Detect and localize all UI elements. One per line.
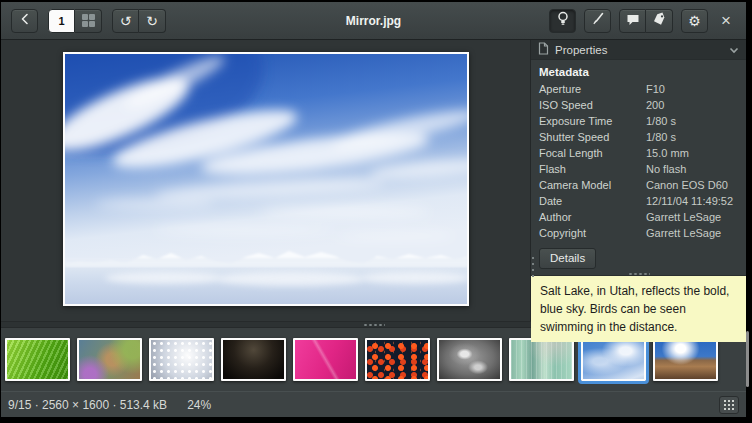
chevron-left-icon: [19, 12, 31, 30]
metadata-row-camera: Camera ModelCanon EOS D60: [531, 177, 746, 193]
single-view-label: 1: [58, 15, 64, 27]
rotate-left-button[interactable]: ↺: [112, 9, 139, 33]
metadata-section-title: Metadata: [531, 60, 746, 81]
status-bar: 9/15 · 2560 × 1600 · 513.4 kB 24%: [1, 391, 746, 417]
comment-button[interactable]: [619, 9, 646, 33]
properties-selector-label: Properties: [555, 44, 607, 56]
thumbnail-blue-sky-selected[interactable]: [581, 338, 646, 381]
metadata-row-shutter: Shutter Speed1/80 s: [531, 129, 746, 145]
details-button[interactable]: Details: [539, 248, 596, 269]
gear-icon: ⚙: [688, 14, 701, 28]
metadata-row-flash: FlashNo flash: [531, 161, 746, 177]
thumbnail-grass-macro[interactable]: [77, 338, 142, 381]
chevron-down-icon: [729, 44, 739, 56]
edit-button[interactable]: [584, 9, 611, 33]
thumbnail-green-leaf[interactable]: [5, 338, 70, 381]
metadata-row-aperture: ApertureF10: [531, 81, 746, 97]
metadata-row-date: Date12/11/04 11:49:52: [531, 193, 746, 209]
rotate-left-icon: ↺: [120, 14, 132, 28]
close-button[interactable]: ×: [716, 9, 736, 33]
properties-toggle-button[interactable]: [549, 9, 576, 33]
toolbar-right-cluster: ⚙ ×: [549, 9, 736, 33]
zoom-level: 24%: [187, 398, 211, 412]
browser-view-button[interactable]: [719, 396, 739, 414]
metadata-section: Metadata ApertureF10 ISO Speed200 Exposu…: [531, 60, 746, 241]
thumbnail-water-drops[interactable]: [437, 338, 502, 381]
back-button[interactable]: [11, 9, 38, 33]
toolbar-left-cluster: 1 ↺ ↻: [11, 9, 166, 33]
brush-icon: [591, 12, 605, 30]
window-title: Mirror.jpg: [346, 14, 401, 28]
sidebar-resize-grip[interactable]: [532, 255, 534, 281]
metadata-row-exposure: Exposure Time1/80 s: [531, 113, 746, 129]
speech-bubble-icon: [626, 12, 640, 30]
thumbnail-dandelion-fluff[interactable]: [149, 338, 214, 381]
grid-view-button[interactable]: [75, 9, 102, 33]
single-view-button[interactable]: 1: [48, 9, 75, 33]
tag-icon: [652, 12, 666, 30]
properties-selector[interactable]: Properties: [531, 40, 746, 60]
thumbnail-orange-berries[interactable]: [365, 338, 430, 381]
metadata-row-author: AuthorGarrett LeSage: [531, 209, 746, 225]
lightbulb-icon: [556, 11, 570, 30]
view-mode-group: 1: [48, 9, 102, 33]
grid-3x3-icon: [724, 400, 734, 410]
metadata-row-focal: Focal Length15.0 mm: [531, 145, 746, 161]
close-icon: ×: [721, 11, 731, 31]
filmstrip-scrollbar[interactable]: [746, 331, 749, 387]
thumbnail-desert-road[interactable]: [653, 338, 718, 381]
image-canvas[interactable]: [1, 40, 530, 321]
thumbnail-pink-fabric[interactable]: [293, 338, 358, 381]
settings-button[interactable]: ⚙: [681, 9, 708, 33]
properties-sidebar: Properties Metadata ApertureF10 ISO Spee…: [530, 40, 746, 321]
annotate-group: [619, 9, 673, 33]
thumbnail-aurora-streaks[interactable]: [509, 338, 574, 381]
rotate-right-button[interactable]: ↻: [139, 9, 166, 33]
rotate-group: ↺ ↻: [112, 9, 166, 33]
comment-note[interactable]: Salt Lake, in Utah, reflects the bold, b…: [531, 275, 746, 342]
document-properties-icon: [538, 42, 549, 57]
main-photo: [63, 52, 469, 306]
toolbar: 1 ↺ ↻ Mirror.jpg: [1, 2, 746, 40]
main-content: Properties Metadata ApertureF10 ISO Spee…: [1, 40, 746, 321]
thumbnail-dark-leaves[interactable]: [221, 338, 286, 381]
metadata-row-copyright: CopyrightGarrett LeSage: [531, 225, 746, 241]
metadata-row-iso: ISO Speed200: [531, 97, 746, 113]
grip-dots: [363, 324, 385, 326]
image-viewer-window: 1 ↺ ↻ Mirror.jpg: [1, 2, 746, 417]
image-status-text: 9/15 · 2560 × 1600 · 513.4 kB: [8, 398, 167, 412]
screenshot-frame: 1 ↺ ↻ Mirror.jpg: [0, 0, 752, 423]
tags-button[interactable]: [646, 9, 673, 33]
rotate-right-icon: ↻: [146, 14, 158, 28]
grid-view-icon: [82, 14, 95, 27]
